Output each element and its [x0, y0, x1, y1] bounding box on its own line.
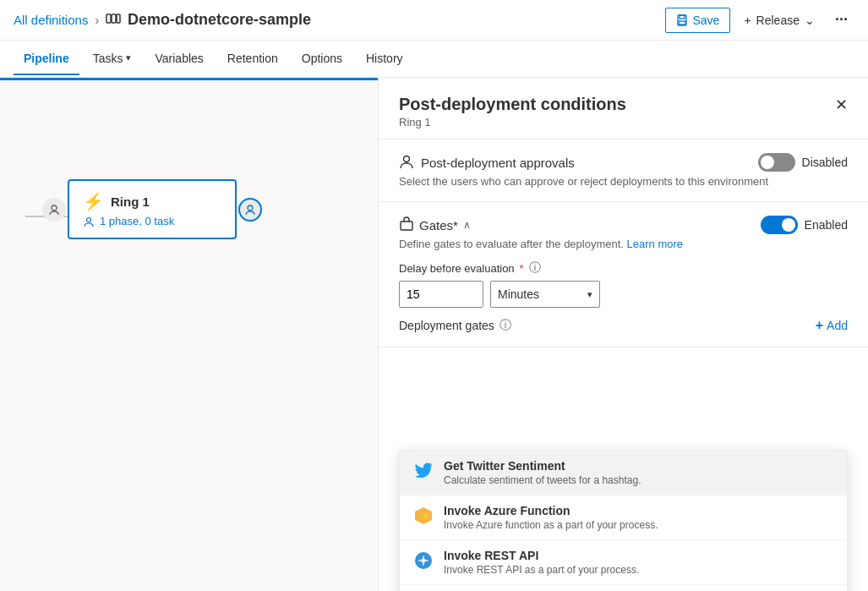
side-panel: Post-deployment conditions Ring 1 ✕ Post…	[378, 78, 868, 591]
stage-lightning-icon: ⚡	[83, 191, 104, 211]
approvals-section: Post-deployment approvals Disabled Selec…	[379, 140, 868, 202]
svg-point-14	[422, 559, 426, 563]
dropdown-item-rest-api[interactable]: Invoke REST API Invoke REST API as a par…	[400, 540, 847, 585]
stage-node: ⚡ Ring 1 1 phase, 0 task	[68, 179, 237, 239]
close-button[interactable]: ✕	[827, 91, 854, 118]
stage-sub: 1 phase, 0 task	[100, 215, 174, 227]
svg-text:⚡: ⚡	[420, 510, 432, 522]
azure-function-desc: Invoke Azure function as a part of your …	[444, 519, 658, 531]
tab-pipeline[interactable]: Pipeline	[14, 43, 79, 75]
azure-function-title: Invoke Azure Function	[444, 504, 658, 517]
dropdown-item-monitor[interactable]: Query Azure Monitor Alerts Observe the c…	[400, 585, 847, 591]
breadcrumb-all-definitions[interactable]: All definitions	[14, 13, 88, 27]
delay-field-row: Minutes ▾	[399, 281, 848, 308]
stage-box[interactable]: ⚡ Ring 1 1 phase, 0 task	[68, 179, 237, 239]
svg-point-6	[52, 205, 57, 211]
svg-rect-4	[680, 15, 685, 19]
delay-input[interactable]	[399, 281, 483, 308]
rest-api-item-content: Invoke REST API Invoke REST API as a par…	[444, 549, 639, 576]
tab-tasks[interactable]: Tasks ▾	[83, 43, 142, 75]
release-chevron-icon: ⌄	[805, 14, 815, 27]
approvals-section-header: Post-deployment approvals Disabled	[399, 153, 848, 172]
header-actions: Save + Release ⌄ ···	[665, 6, 855, 34]
nav-tabs: Pipeline Tasks ▾ Variables Retention Opt…	[0, 41, 868, 78]
main-content: ⚡ Ring 1 1 phase, 0 task	[0, 78, 868, 591]
approvals-status-label: Disabled	[802, 156, 848, 169]
tab-options[interactable]: Options	[292, 43, 352, 75]
deployment-gates-info-icon[interactable]: ⓘ	[500, 318, 511, 333]
dropdown-menu: Get Twitter Sentiment Calculate sentimen…	[399, 450, 848, 591]
rest-api-icon	[413, 550, 434, 571]
svg-rect-10	[401, 222, 412, 230]
select-chevron-icon: ▾	[587, 289, 592, 300]
required-star: *	[520, 262, 524, 275]
svg-rect-5	[679, 21, 685, 25]
pipeline-canvas: ⚡ Ring 1 1 phase, 0 task	[0, 78, 378, 591]
save-button[interactable]: Save	[665, 8, 731, 33]
gates-collapse-icon[interactable]: ∧	[463, 219, 471, 231]
pipeline-top-bar	[0, 78, 378, 80]
twitter-icon	[413, 461, 434, 481]
delay-info-icon[interactable]: ⓘ	[529, 260, 541, 276]
dropdown-item-twitter[interactable]: Get Twitter Sentiment Calculate sentimen…	[400, 451, 847, 495]
tab-history[interactable]: History	[356, 43, 413, 75]
svg-rect-1	[112, 14, 116, 23]
more-options-button[interactable]: ···	[828, 6, 854, 34]
breadcrumb-separator: ›	[95, 14, 99, 27]
stage-name: Ring 1	[111, 194, 150, 209]
release-button[interactable]: + Release ⌄	[734, 8, 825, 32]
tab-variables[interactable]: Variables	[145, 43, 213, 75]
pre-deployment-avatar[interactable]	[42, 198, 66, 222]
side-panel-subtitle: Ring 1	[399, 116, 848, 129]
rest-api-desc: Invoke REST API as a part of your proces…	[444, 564, 639, 576]
gates-section-header: Gates* ∧ Enabled	[399, 216, 848, 234]
tasks-chevron-icon: ▾	[126, 52, 131, 63]
twitter-desc: Calculate sentiment of tweets for a hash…	[444, 474, 641, 486]
svg-point-8	[248, 205, 253, 211]
side-panel-title: Post-deployment conditions	[399, 95, 848, 114]
deployment-gates-row: Deployment gates ⓘ + Add	[399, 318, 848, 333]
release-plus-icon: +	[744, 14, 751, 27]
delay-field-label: Delay before evaluation * ⓘ	[399, 260, 848, 276]
learn-more-link[interactable]: Learn more	[627, 238, 683, 250]
gates-title: Gates* ∧	[399, 216, 471, 234]
breadcrumb: All definitions › Demo-dotnetcore-sample	[14, 11, 665, 30]
approvals-toggle-container: Disabled	[758, 153, 848, 172]
gates-description: Define gates to evaluate after the deplo…	[399, 238, 848, 250]
gates-toggle[interactable]	[761, 216, 798, 234]
delay-unit-select[interactable]: Minutes ▾	[490, 281, 600, 308]
approvals-description: Select the users who can approve or reje…	[399, 175, 848, 188]
approvals-title: Post-deployment approvals	[399, 154, 575, 172]
approvals-toggle[interactable]	[758, 153, 795, 172]
azure-function-icon: ⚡	[413, 506, 434, 526]
gates-status-label: Enabled	[805, 218, 848, 232]
side-panel-header: Post-deployment conditions Ring 1 ✕	[379, 78, 868, 140]
twitter-item-content: Get Twitter Sentiment Calculate sentimen…	[444, 459, 641, 486]
azure-function-item-content: Invoke Azure Function Invoke Azure funct…	[444, 504, 658, 531]
gates-toggle-container: Enabled	[761, 216, 848, 234]
tab-retention[interactable]: Retention	[217, 43, 288, 75]
svg-point-9	[404, 156, 410, 161]
svg-rect-2	[117, 14, 120, 23]
svg-rect-0	[106, 14, 111, 23]
header: All definitions › Demo-dotnetcore-sample…	[0, 0, 868, 41]
add-icon: +	[816, 318, 823, 333]
pipeline-icon	[106, 11, 121, 30]
deployment-gates-label: Deployment gates ⓘ	[399, 318, 511, 333]
dropdown-item-azure-function[interactable]: ⚡ Invoke Azure Function Invoke Azure fun…	[400, 495, 847, 540]
twitter-title: Get Twitter Sentiment	[444, 459, 641, 473]
post-deployment-avatar[interactable]	[238, 198, 262, 222]
add-gate-button[interactable]: + Add	[816, 318, 848, 333]
svg-point-7	[87, 217, 91, 222]
approvals-person-icon	[399, 154, 414, 172]
page-title: Demo-dotnetcore-sample	[128, 11, 311, 29]
gates-icon	[399, 216, 414, 234]
gates-section: Gates* ∧ Enabled Define gates to evaluat…	[379, 202, 868, 347]
rest-api-title: Invoke REST API	[444, 549, 639, 562]
